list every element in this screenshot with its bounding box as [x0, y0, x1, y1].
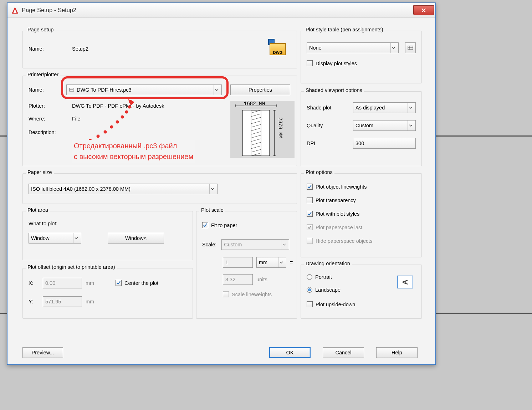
- fit-to-paper-checkbox[interactable]: Fit to paper: [202, 222, 237, 228]
- offset-x-input[interactable]: 0.00: [43, 278, 82, 288]
- paper-height-label: 2378 MM: [277, 117, 283, 138]
- landscape-radio[interactable]: Landscape: [307, 287, 341, 293]
- scale-denominator-input[interactable]: 3.32: [223, 274, 253, 285]
- close-icon: [421, 7, 426, 13]
- shade-plot-combo[interactable]: As displayed: [353, 102, 416, 113]
- what-to-plot-value: Window: [31, 235, 50, 241]
- svg-rect-2: [70, 88, 74, 91]
- landscape-label: Landscape: [315, 287, 341, 293]
- paper-preview: 1682 MM 2378 MM: [230, 101, 295, 158]
- legend-paper-size: Paper size: [26, 169, 54, 175]
- edit-plot-style-button[interactable]: [405, 42, 416, 53]
- cancel-button[interactable]: Cancel: [323, 347, 364, 358]
- group-drawing-orientation: Drawing orientation Portrait Landscape P…: [301, 265, 422, 319]
- offset-y-input[interactable]: 571.95: [43, 296, 82, 307]
- plot-with-styles-checkbox[interactable]: Plot with plot styles: [307, 211, 359, 217]
- where-label: Where:: [29, 116, 68, 122]
- titlebar: Page Setup - Setup2: [7, 3, 435, 18]
- paper-size-combo[interactable]: ISO full bleed 4A0 (1682.00 x 2378.00 MM…: [29, 184, 218, 194]
- offset-x-unit: mm: [86, 280, 94, 286]
- ok-button[interactable]: OK: [269, 347, 311, 358]
- dpi-label: DPI: [307, 140, 349, 146]
- offset-x-label: X:: [29, 280, 39, 286]
- legend-plot-scale: Plot scale: [199, 207, 225, 213]
- center-the-plot-label: Center the plot: [124, 280, 158, 286]
- upside-down-checkbox[interactable]: Plot upside-down: [307, 301, 355, 307]
- legend-plot-style: Plot style table (pen assignments): [304, 27, 385, 32]
- group-plot-style-table: Plot style table (pen assignments) None …: [301, 31, 422, 83]
- plot-paperspace-last-label: Plot paperspace last: [316, 225, 362, 230]
- plot-paperspace-last-checkbox: Plot paperspace last: [307, 224, 362, 230]
- scale-unit-combo[interactable]: mm: [256, 257, 286, 268]
- scale-label: Scale:: [202, 242, 216, 247]
- portrait-label: Portrait: [315, 274, 332, 280]
- group-plot-options: Plot options Plot object lineweights Plo…: [301, 173, 422, 257]
- scale-value: Custom: [224, 242, 242, 247]
- app-icon: [11, 6, 19, 14]
- paper-width-label: 1682 MM: [244, 101, 265, 107]
- plot-style-combo[interactable]: None: [307, 42, 399, 53]
- scale-numerator-input[interactable]: 1: [223, 257, 253, 268]
- upside-down-label: Plot upside-down: [316, 302, 355, 307]
- dpi-input[interactable]: 300: [353, 138, 416, 149]
- quality-combo[interactable]: Custom: [353, 120, 416, 131]
- printer-name-combo[interactable]: DWG To PDF-Hires.pc3: [66, 84, 222, 95]
- quality-label: Quality: [307, 123, 349, 128]
- plotter-value: DWG To PDF - PDF ePlot - by Autodesk: [72, 103, 164, 109]
- caret-down-icon: [409, 124, 413, 127]
- plotter-icon: [69, 87, 75, 93]
- group-paper-size: Paper size ISO full bleed 4A0 (1682.00 x…: [22, 173, 297, 204]
- plot-lineweights-checkbox[interactable]: Plot object lineweights: [307, 184, 367, 190]
- what-to-plot-combo[interactable]: Window: [29, 233, 81, 244]
- annotation-text: Отредактированный .pc3 файл с высоким ве…: [72, 140, 195, 163]
- legend-orientation: Drawing orientation: [304, 261, 352, 266]
- svg-rect-26: [408, 46, 413, 50]
- caret-down-icon: [215, 89, 219, 91]
- properties-button[interactable]: Properties: [230, 84, 290, 95]
- description-label: Description:: [29, 129, 68, 135]
- scale-lineweights-checkbox[interactable]: Scale lineweights: [223, 291, 272, 297]
- legend-page-setup: Page setup: [26, 27, 55, 32]
- legend-plot-offset: Plot offset (origin set to printable are…: [26, 264, 117, 270]
- page-setup-name-label: Name:: [29, 46, 68, 52]
- hide-paperspace-label: Hide paperspace objects: [316, 238, 373, 244]
- center-the-plot-checkbox[interactable]: Center the plot: [116, 280, 158, 286]
- shade-plot-label: Shade plot: [307, 105, 349, 111]
- where-value: File: [72, 116, 80, 122]
- window-pick-button[interactable]: Window<: [108, 233, 164, 244]
- scale-combo[interactable]: Custom: [221, 239, 289, 250]
- printer-name-value: DWG To PDF-Hires.pc3: [77, 87, 132, 93]
- group-plot-offset: Plot offset (origin set to printable are…: [22, 268, 193, 319]
- legend-plot-options: Plot options: [304, 169, 334, 175]
- display-plot-styles-checkbox[interactable]: Display plot styles: [307, 60, 357, 66]
- caret-down-icon: [392, 47, 395, 49]
- group-plot-area: Plot area What to plot: Window Window<: [22, 211, 193, 260]
- offset-y-unit: mm: [86, 299, 94, 304]
- plot-transparency-label: Plot transparency: [316, 198, 356, 203]
- page-setup-dialog: Page Setup - Setup2 Page setup Name: Set…: [7, 2, 436, 365]
- dwg-icon: DWG: [270, 40, 286, 57]
- caret-down-icon: [282, 244, 286, 246]
- group-shaded-viewport: Shaded viewport options Shade plot As di…: [301, 91, 422, 166]
- caret-down-icon: [280, 261, 283, 263]
- legend-printer-plotter: Printer/plotter: [26, 72, 60, 77]
- caret-down-icon: [211, 188, 214, 190]
- scale-unit-value: mm: [259, 260, 267, 265]
- svg-rect-3: [70, 89, 73, 89]
- close-button[interactable]: [413, 5, 434, 15]
- group-page-setup: Page setup Name: Setup2 DWG: [22, 31, 297, 68]
- offset-y-label: Y:: [29, 299, 39, 304]
- quality-value: Custom: [355, 123, 373, 128]
- help-button[interactable]: Help: [376, 347, 418, 358]
- plot-lineweights-label: Plot object lineweights: [316, 184, 367, 190]
- printer-name-label: Name:: [29, 87, 63, 93]
- preview-button[interactable]: Preview...: [22, 347, 63, 358]
- fit-to-paper-label: Fit to paper: [211, 222, 237, 228]
- plot-transparency-checkbox[interactable]: Plot transparency: [307, 197, 356, 203]
- scale-denominator-unit: units: [256, 277, 267, 282]
- portrait-radio[interactable]: Portrait: [307, 274, 332, 280]
- group-plot-scale: Plot scale Fit to paper Scale: Custom 1 …: [196, 211, 297, 319]
- legend-plot-area: Plot area: [26, 207, 50, 213]
- plot-with-styles-label: Plot with plot styles: [316, 211, 359, 217]
- shade-plot-value: As displayed: [355, 105, 385, 111]
